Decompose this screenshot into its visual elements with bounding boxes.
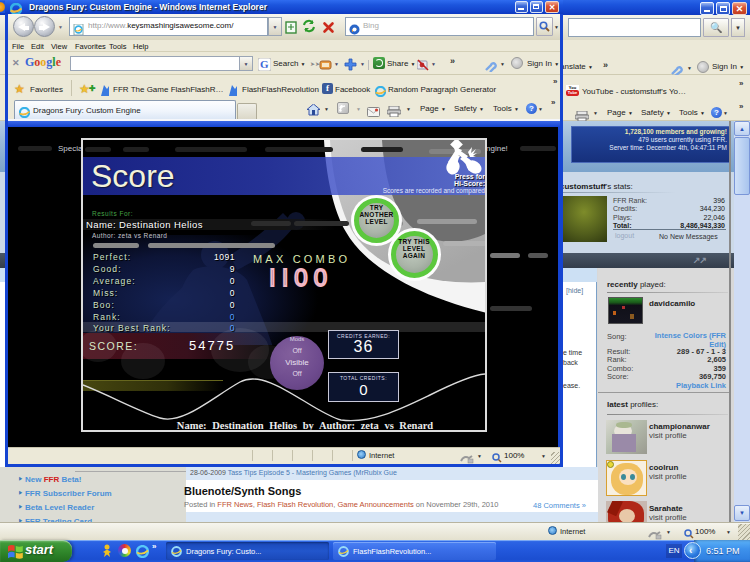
svg-text:G: G — [260, 58, 269, 70]
